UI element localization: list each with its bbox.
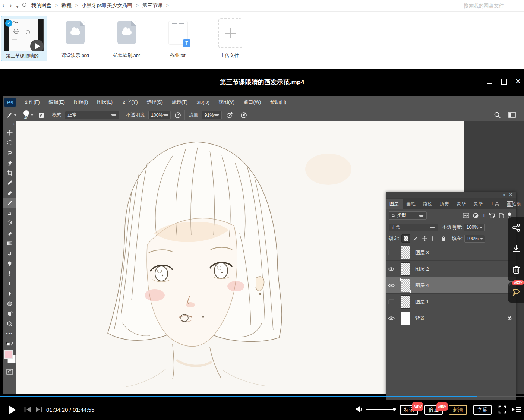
upload-file-button[interactable]: 上传文件	[207, 16, 252, 61]
menu-file[interactable]: 文件(F)	[19, 99, 44, 105]
filter-smart-object-icon[interactable]	[499, 213, 504, 218]
visibility-toggle[interactable]	[386, 294, 397, 310]
visibility-toggle[interactable]	[386, 244, 397, 260]
maximize-button[interactable]	[501, 79, 507, 85]
filter-pixel-icon[interactable]	[463, 213, 469, 218]
minimize-button[interactable]	[487, 83, 492, 84]
brush-panel-toggle-icon[interactable]	[38, 112, 45, 119]
quick-selection-tool[interactable]	[3, 158, 16, 168]
menu-filter[interactable]: 滤镜(T)	[167, 99, 192, 105]
file-item-txt[interactable]: T 作业.txt	[155, 16, 200, 61]
layer-thumbnail[interactable]	[401, 246, 410, 259]
pressure-opacity-icon[interactable]	[174, 111, 181, 119]
layer-row-background[interactable]: 背景	[386, 310, 516, 326]
file-item-psd[interactable]: 课堂演示.psd	[53, 16, 98, 61]
search-input[interactable]	[463, 3, 520, 9]
refresh-icon[interactable]	[22, 1, 27, 10]
prev-video-icon[interactable]	[24, 406, 32, 413]
volume-slider[interactable]	[366, 409, 394, 410]
toolbar-collapse-icon[interactable]: »	[3, 121, 16, 127]
toolbar-more-icon[interactable]: •••	[3, 329, 16, 339]
type-tool[interactable]: T	[3, 278, 16, 288]
share-icon[interactable]	[508, 217, 524, 238]
filter-type-dropdown[interactable]: 类型	[389, 211, 427, 220]
menu-select[interactable]: 选择(S)	[142, 99, 167, 105]
tab-brush-presets[interactable]: 画笔预	[503, 199, 524, 209]
seek-bar[interactable]	[0, 396, 524, 397]
fill-field[interactable]: 100%	[464, 235, 485, 243]
layer-row[interactable]: 图层 3	[386, 244, 516, 261]
history-dropdown-icon[interactable]: ▾	[16, 3, 18, 11]
layer-thumbnail[interactable]	[401, 312, 410, 325]
hand-tool[interactable]	[3, 309, 16, 319]
lasso-tool[interactable]	[3, 148, 16, 158]
quality-button[interactable]: 超清	[449, 405, 467, 415]
brush-size-chevron[interactable]	[31, 114, 34, 116]
menu-image[interactable]: 图像(I)	[69, 99, 92, 105]
visibility-toggle[interactable]	[386, 277, 397, 293]
tab-layers[interactable]: 图层	[386, 199, 403, 209]
volume-icon[interactable]	[355, 405, 363, 413]
menu-3d[interactable]: 3D(D)	[192, 100, 214, 105]
search-tool-icon[interactable]	[494, 111, 501, 119]
selected-check-icon[interactable]: ✓	[5, 20, 12, 27]
mode-dropdown[interactable]: 正常	[65, 111, 119, 119]
next-video-icon[interactable]	[34, 406, 42, 413]
clone-stamp-tool[interactable]	[3, 208, 16, 218]
fullscreen-icon[interactable]	[498, 405, 506, 414]
file-item-abr[interactable]: 铅笔笔刷.abr	[104, 16, 149, 61]
swap-colors-icon[interactable]	[3, 339, 16, 349]
layer-thumbnail[interactable]	[401, 262, 410, 276]
lock-transparency-icon[interactable]	[401, 234, 410, 243]
pen-tool[interactable]	[3, 268, 16, 278]
filter-type-text-icon[interactable]: T	[482, 212, 486, 218]
gradient-tool[interactable]	[3, 238, 16, 248]
lock-pixels-icon[interactable]	[411, 235, 420, 242]
move-tool[interactable]	[3, 127, 16, 138]
close-button[interactable]: ✕	[515, 77, 521, 86]
breadcrumb-item[interactable]: 我的网盘	[31, 2, 51, 9]
filter-adjustment-icon[interactable]	[473, 213, 479, 218]
menu-layer[interactable]: 图层(L)	[92, 99, 117, 105]
lock-all-icon[interactable]	[439, 235, 448, 242]
layer-row[interactable]: 图层 1	[386, 294, 516, 310]
breadcrumb-item[interactable]: 第三节课	[142, 2, 162, 9]
opacity-dropdown[interactable]: 100%	[148, 111, 171, 119]
panel-menu-icon[interactable]	[507, 201, 513, 207]
collapse-panel-icon[interactable]: «	[503, 192, 505, 197]
airbrush-icon[interactable]	[226, 111, 234, 119]
subtitle-button[interactable]: 字幕	[473, 405, 492, 415]
tab-brush[interactable]: 画笔	[403, 199, 419, 209]
tab-tools[interactable]: 工具	[486, 199, 503, 209]
pressure-size-icon[interactable]	[240, 111, 247, 119]
panel-opacity-field[interactable]: 100%	[464, 224, 485, 231]
menu-window[interactable]: 窗口(W)	[239, 99, 265, 105]
layer-thumbnail[interactable]	[401, 279, 410, 292]
blend-mode-dropdown[interactable]: 正常	[389, 224, 438, 231]
marquee-tool[interactable]	[3, 138, 16, 148]
breadcrumb-item[interactable]: 小黑牙ps唯美少女插画	[82, 2, 132, 9]
brush-preset-icon[interactable]	[6, 112, 13, 119]
pin-icon[interactable]	[508, 282, 524, 303]
flow-dropdown[interactable]: 91%	[202, 111, 222, 119]
visibility-toggle[interactable]	[386, 261, 397, 277]
breadcrumb-item[interactable]: 教程	[61, 2, 72, 9]
mark-button[interactable]: 标记 NEW	[400, 405, 418, 415]
tab-custom-1[interactable]: 灵华	[453, 199, 470, 209]
dodge-tool[interactable]	[3, 258, 16, 268]
path-selection-tool[interactable]	[3, 288, 16, 299]
history-brush-tool[interactable]	[3, 218, 16, 228]
layer-row[interactable]: 图层 2	[386, 261, 516, 277]
eraser-tool[interactable]	[3, 228, 16, 238]
volume-knob[interactable]	[393, 408, 396, 411]
crop-tool[interactable]	[3, 168, 16, 178]
menu-help[interactable]: 帮助(H)	[265, 99, 291, 105]
forward-icon[interactable]: ›	[10, 1, 12, 10]
playlist-icon[interactable]	[512, 406, 521, 413]
foreground-color-swatch[interactable]	[4, 350, 13, 359]
visibility-toggle[interactable]	[386, 310, 397, 326]
tab-custom-2[interactable]: 灵华	[470, 199, 486, 209]
brush-tool[interactable]	[3, 198, 16, 208]
workspace-switcher-icon[interactable]	[508, 112, 517, 118]
zoom-tool[interactable]	[3, 319, 16, 329]
